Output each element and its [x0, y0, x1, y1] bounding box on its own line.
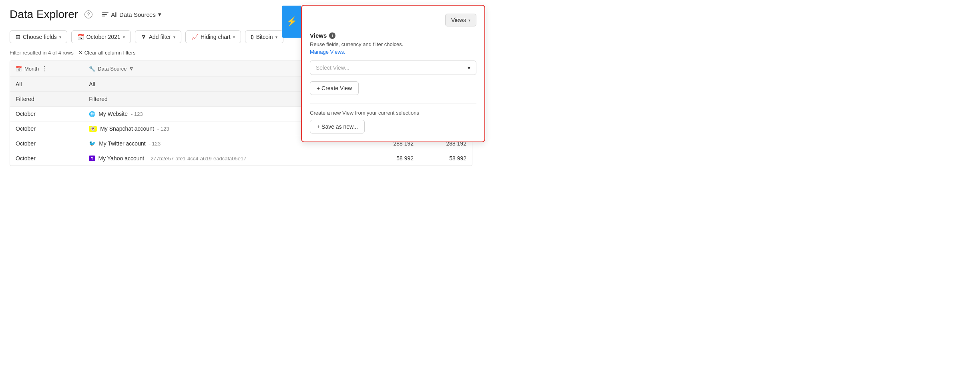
month-cell: October	[10, 136, 83, 151]
lightning-panel[interactable]: ⚡	[282, 6, 301, 38]
views-panel-header: Views i	[310, 32, 476, 39]
views-panel-title: Views	[310, 32, 327, 39]
data-sources-chevron: ▾	[158, 11, 161, 18]
value1-cell: 58 992	[366, 151, 419, 166]
source-cell: YMy Yahoo account - 277b2e57-afe1-4cc4-a…	[83, 151, 366, 166]
data-sources-button[interactable]: All Data Sources ▾	[99, 9, 165, 20]
choose-fields-label: Choose fields	[23, 34, 57, 40]
month-cell: October	[10, 107, 83, 121]
views-button-label: Views	[451, 17, 466, 23]
close-icon: ✕	[78, 50, 83, 56]
create-view-button[interactable]: + Create View	[310, 81, 359, 95]
page-title: Data Explorer	[10, 8, 78, 21]
views-button[interactable]: Views ▾	[445, 14, 476, 26]
hiding-chart-label: Hiding chart	[201, 34, 231, 40]
data-sources-label: All Data Sources	[111, 11, 156, 18]
bitcoin-chevron: ▾	[275, 35, 277, 39]
save-as-new-label: + Save as new...	[317, 123, 358, 130]
value2-cell: 58 992	[419, 151, 472, 166]
select-view-placeholder: Select View...	[316, 65, 349, 71]
source-header-label: Data Source	[98, 66, 127, 72]
save-new-description: Create a new View from your current sele…	[310, 110, 476, 116]
filter-icon: ⛛	[141, 34, 147, 40]
wrench-col-icon: 🔧	[89, 66, 95, 72]
date-filter-button[interactable]: 📅 October 2021 ▾	[71, 30, 131, 43]
filter-result-text: Filter resulted in 4 of 4 rows	[10, 50, 74, 56]
choose-fields-chevron: ▾	[59, 35, 61, 39]
calendar-col-icon: 📅	[16, 66, 22, 72]
save-as-new-button[interactable]: + Save as new...	[310, 120, 365, 133]
lightning-icon: ⚡	[286, 16, 297, 27]
help-icon[interactable]: ?	[84, 10, 92, 18]
month-header-label: Month	[24, 66, 39, 72]
source-filter-icon[interactable]: ⛛	[129, 66, 134, 72]
create-view-label: + Create View	[317, 85, 352, 91]
month-cell: All	[10, 77, 83, 92]
panel-divider	[310, 103, 476, 103]
date-filter-chevron: ▾	[123, 35, 125, 39]
table-row: OctoberYMy Yahoo account - 277b2e57-afe1…	[10, 151, 472, 166]
hiding-chart-chevron: ▾	[233, 35, 235, 39]
add-filter-label: Add filter	[149, 34, 171, 40]
chart-icon: 📈	[191, 34, 198, 40]
bitcoin-label: Bitcoin	[256, 34, 273, 40]
currency-icon: ₿	[251, 34, 254, 40]
views-panel-description: Reuse fields, currency and filter choice…	[310, 41, 476, 47]
views-panel: Views ▾ ⚡ Views i Reuse fields, currency…	[301, 5, 485, 142]
clear-filters-button[interactable]: ✕ Clear all column filters	[78, 50, 136, 56]
date-filter-label: October 2021	[86, 34, 120, 40]
grid-icon: ⊞	[16, 34, 20, 40]
bitcoin-button[interactable]: ₿ Bitcoin ▾	[245, 30, 283, 43]
add-filter-button[interactable]: ⛛ Add filter ▾	[135, 30, 181, 43]
select-view-dropdown[interactable]: Select View... ▾	[310, 61, 476, 75]
manage-views-link[interactable]: Manage Views.	[310, 49, 476, 55]
views-info-icon[interactable]: i	[329, 32, 335, 39]
month-cell: October	[10, 121, 83, 136]
stack-icon	[102, 12, 108, 17]
month-cell: October	[10, 151, 83, 166]
clear-filters-label: Clear all column filters	[84, 50, 136, 56]
month-column-header[interactable]: 📅 Month ⋮	[10, 61, 83, 77]
add-filter-chevron: ▾	[173, 35, 175, 39]
month-cell: Filtered	[10, 92, 83, 107]
select-view-chevron: ▾	[468, 65, 470, 71]
month-column-menu[interactable]: ⋮	[41, 65, 48, 73]
choose-fields-button[interactable]: ⊞ Choose fields ▾	[10, 30, 67, 43]
views-button-chevron: ▾	[468, 18, 470, 22]
calendar-icon: 📅	[77, 34, 84, 40]
hiding-chart-button[interactable]: 📈 Hiding chart ▾	[185, 30, 241, 43]
